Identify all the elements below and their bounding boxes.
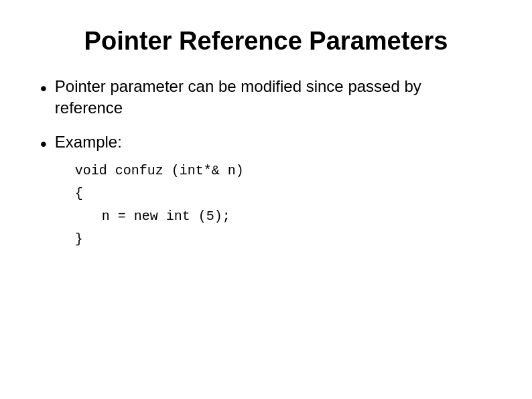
bullet-dot-1: • — [40, 77, 47, 100]
code-block: void confuz (int*& n) { n = new int (5);… — [75, 160, 492, 251]
bullet-text-2: Example: — [55, 133, 122, 151]
bullet-item-1: • Pointer parameter can be modified sinc… — [40, 76, 492, 119]
slide: Pointer Reference Parameters • Pointer p… — [0, 0, 532, 399]
bullet-item-2: • Example: void confuz (int*& n) { n = n… — [40, 131, 492, 251]
bullet-dot-2: • — [40, 133, 47, 156]
code-line-3: n = new int (5); — [75, 205, 492, 228]
code-line-4: } — [75, 228, 492, 251]
bullet-list: • Pointer parameter can be modified sinc… — [40, 76, 492, 251]
code-line-1: void confuz (int*& n) — [75, 160, 492, 182]
slide-title: Pointer Reference Parameters — [40, 27, 492, 56]
code-line-2: { — [75, 182, 492, 205]
bullet-text-1: Pointer parameter can be modified since … — [55, 76, 492, 119]
